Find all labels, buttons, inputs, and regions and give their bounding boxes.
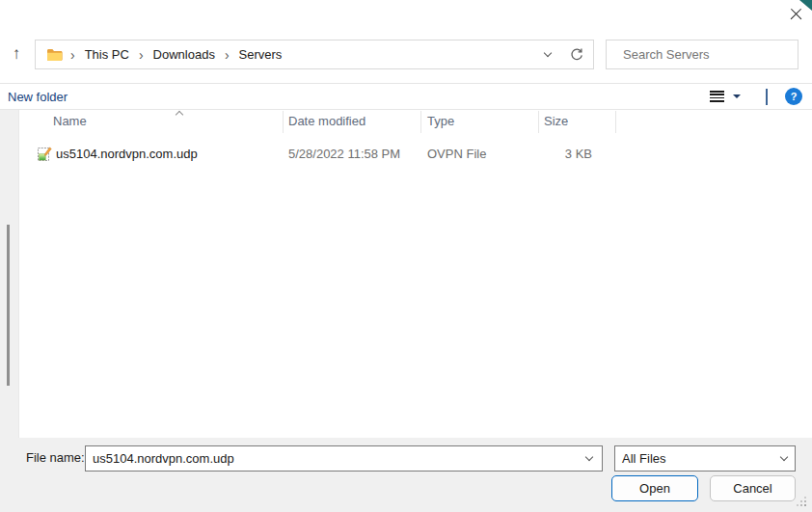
column-header-name[interactable]: Name [53, 114, 87, 128]
preview-pane-icon [766, 89, 768, 105]
search-box [606, 40, 798, 69]
file-date-cell: 5/28/2022 11:58 PM [288, 147, 400, 161]
chevron-right-icon: › [63, 48, 83, 62]
file-type-value: All Files [622, 451, 666, 466]
file-name-input[interactable] [86, 451, 577, 466]
column-divider[interactable] [615, 111, 616, 133]
address-bar[interactable]: › This PC › Downloads › Servers [35, 40, 594, 69]
address-dropdown-button[interactable] [535, 40, 560, 68]
dropdown-arrow-icon [733, 94, 741, 98]
file-type-cell: OVPN File [427, 147, 486, 161]
navigate-up-button[interactable]: ↑ [4, 41, 29, 67]
column-header-size[interactable]: Size [544, 114, 568, 128]
preview-pane-button[interactable] [760, 90, 773, 104]
chevron-right-icon: › [131, 48, 151, 62]
file-name-label: File name: [26, 450, 85, 465]
resize-grip[interactable] [804, 504, 806, 506]
sort-ascending-icon [176, 111, 183, 119]
chevron-down-icon [585, 453, 593, 461]
chevron-down-icon [544, 49, 552, 57]
details-view-icon [710, 91, 724, 102]
breadcrumb-item-this-pc[interactable]: This PC [83, 47, 131, 62]
open-button[interactable]: Open [611, 475, 698, 501]
cancel-button-label: Cancel [733, 481, 771, 496]
file-name-combobox [85, 445, 603, 472]
dialog-footer: File name: All Files Open Cancel [0, 438, 812, 512]
refresh-button[interactable] [560, 40, 593, 68]
column-divider[interactable] [538, 111, 539, 133]
breadcrumb-item-servers[interactable]: Servers [237, 47, 284, 62]
view-mode-button[interactable] [704, 91, 746, 102]
column-divider[interactable] [283, 111, 284, 133]
file-name-cell: us5104.nordvpn.com.udp [56, 147, 198, 161]
cursor-artifact [799, 0, 812, 11]
column-header-date-modified[interactable]: Date modified [288, 114, 365, 128]
column-divider[interactable] [420, 111, 421, 133]
breadcrumb: › This PC › Downloads › Servers [36, 47, 535, 62]
folder-icon[interactable] [46, 48, 63, 62]
breadcrumb-item-downloads[interactable]: Downloads [151, 47, 217, 62]
left-scrollbar-track[interactable] [0, 110, 19, 438]
open-file-dialog: ↑ › This PC › Downloads › Servers [0, 0, 812, 512]
file-size-cell: 3 KB [538, 147, 592, 161]
file-name-dropdown-button[interactable] [577, 446, 602, 471]
file-row[interactable]: us5104.nordvpn.com.udp 5/28/2022 11:58 P… [19, 144, 810, 166]
command-toolbar: New folder ? [0, 83, 812, 110]
left-scrollbar-thumb[interactable] [7, 225, 10, 386]
help-button[interactable]: ? [785, 88, 802, 105]
search-input[interactable] [623, 47, 793, 62]
up-arrow-icon: ↑ [13, 44, 21, 64]
ovpn-file-icon [37, 147, 52, 162]
file-type-select[interactable]: All Files [614, 445, 796, 472]
chevron-right-icon: › [217, 48, 237, 62]
column-header-type[interactable]: Type [427, 114, 454, 128]
refresh-icon [569, 47, 584, 63]
cancel-button[interactable]: Cancel [710, 475, 796, 501]
chevron-down-icon [780, 453, 788, 461]
question-mark-icon: ? [791, 91, 798, 102]
open-button-label: Open [639, 481, 670, 496]
column-header-row: Name Date modified Type Size [19, 111, 812, 133]
new-folder-button[interactable]: New folder [8, 90, 68, 104]
